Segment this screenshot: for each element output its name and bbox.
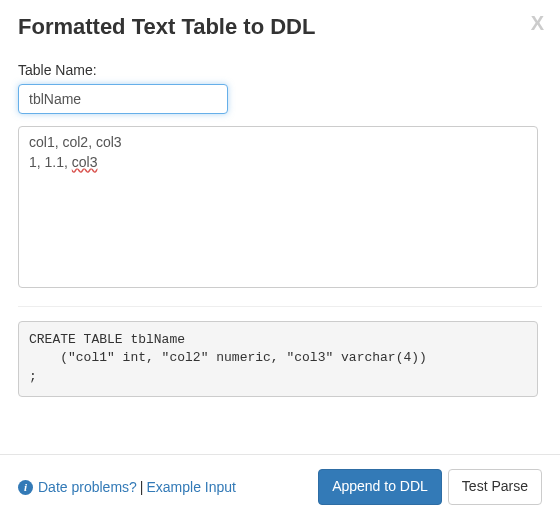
table-name-input[interactable] [18, 84, 228, 114]
modal-header: Formatted Text Table to DDL X [0, 0, 560, 48]
modal-body: Table Name: col1, col2, col31, 1.1, col3 [0, 48, 560, 454]
append-to-ddl-button[interactable]: Append to DDL [318, 469, 442, 505]
modal-title: Formatted Text Table to DDL [18, 14, 542, 40]
divider [18, 306, 542, 307]
data-text-input[interactable]: col1, col2, col31, 1.1, col3 [18, 126, 538, 288]
modal-footer: i Date problems? | Example Input Append … [0, 454, 560, 519]
close-icon[interactable]: X [531, 12, 544, 35]
separator: | [137, 479, 147, 495]
table-name-label: Table Name: [18, 62, 542, 78]
example-input-link[interactable]: Example Input [146, 479, 236, 495]
ddl-output[interactable] [18, 321, 538, 397]
info-icon: i [18, 480, 33, 495]
date-problems-link[interactable]: Date problems? [38, 479, 137, 495]
modal-dialog: Formatted Text Table to DDL X Table Name… [0, 0, 560, 519]
test-parse-button[interactable]: Test Parse [448, 469, 542, 505]
